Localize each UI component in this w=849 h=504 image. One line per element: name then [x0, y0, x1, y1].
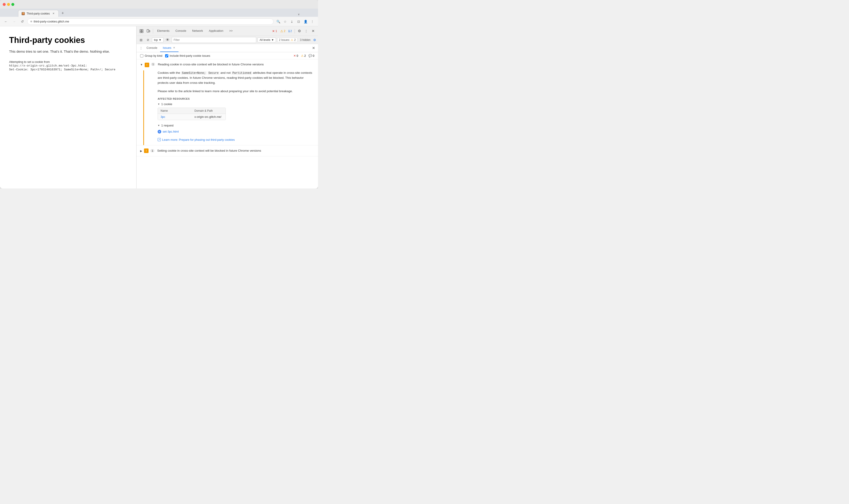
- panel-menu-button[interactable]: ⋮: [138, 46, 144, 51]
- tab-list-chevron[interactable]: ∨: [298, 13, 300, 16]
- issue-2-expand-icon: ▶: [140, 149, 142, 152]
- affected-resources-label: AFFECTED RESOURCES: [158, 97, 314, 100]
- panel-tabs-bar: ⋮ Console Issues ✕ ✕: [137, 44, 318, 52]
- issue-2-header[interactable]: ▶ ! 1 Setting cookie in cross-site conte…: [137, 145, 318, 156]
- issues-tab-close-button[interactable]: ✕: [172, 46, 176, 50]
- error-badge[interactable]: ✕ 1: [271, 29, 279, 33]
- devtools-tab-elements[interactable]: Elements: [155, 26, 172, 36]
- maximize-button[interactable]: [11, 3, 14, 6]
- main-area: Third-party cookies This demo tries to s…: [0, 26, 318, 188]
- log-url: https://x-origin-src.glitch.me/set-3pc.h…: [9, 64, 127, 68]
- inspect-element-button[interactable]: [138, 28, 145, 34]
- warn-badge[interactable]: ⚠ 2: [279, 29, 287, 33]
- profile-button[interactable]: 👤: [302, 19, 308, 24]
- request-link-1[interactable]: ⊕ set-3pc.html: [158, 129, 314, 134]
- group-by-kind-checkbox[interactable]: [140, 54, 143, 57]
- issue-2-count: 1: [151, 149, 155, 152]
- tab-end: ∨: [66, 13, 300, 17]
- request-section-chevron: ▼: [158, 124, 160, 127]
- issue-1-description: Cookies with the SameSite=None; Secure a…: [158, 70, 314, 85]
- traffic-lights: [3, 3, 14, 6]
- minimize-button[interactable]: [7, 3, 10, 6]
- svg-rect-3: [142, 31, 143, 33]
- bookmark-button[interactable]: ☆: [282, 19, 288, 24]
- toolbar-divider-2: [295, 29, 295, 33]
- log-cookie: Set-Cookie: 3pc=1703240163971; SameSite=…: [9, 68, 127, 71]
- browser-menu-button[interactable]: ⋮: [309, 19, 315, 24]
- issue-1-header[interactable]: ▼ ! 1 Reading cookie in cross-site conte…: [137, 59, 318, 70]
- request-label-1: set-3pc.html: [163, 130, 179, 133]
- browser-window: 🍪 Third-party cookies ✕ + ∨ ← → ↺ ⊕ thir…: [0, 0, 318, 188]
- page-description: This demo tries to set one. That's it. T…: [9, 50, 127, 53]
- svg-rect-4: [147, 30, 149, 32]
- cookie-table-row-1: 3pc x-origin-src.glitch.me/: [158, 114, 226, 120]
- console-secondary-toolbar: ▤ ⊘ top ▼ 👁 All levels ▼ 2 Issues: ⚠ 2 3…: [137, 36, 318, 44]
- title-bar: [0, 0, 318, 8]
- security-icon: ⊕: [30, 20, 32, 23]
- request-icon: ⊕: [158, 130, 161, 133]
- cookie-table: Name Domain & Path 3pc x-origin-src.glit…: [158, 108, 226, 120]
- devtools-tab-application[interactable]: Application: [206, 26, 226, 36]
- close-button[interactable]: [3, 3, 6, 6]
- panel-tab-issues[interactable]: Issues ✕: [160, 44, 179, 52]
- devtools-more-button[interactable]: ⋮: [303, 28, 309, 34]
- issues-content: Group by kind Include third-party cookie…: [137, 52, 318, 188]
- live-expression-button[interactable]: 👁: [165, 37, 170, 43]
- devtools-panel: Elements Console Network Application >> …: [136, 26, 318, 188]
- hidden-messages-label[interactable]: 3 hidden: [299, 38, 312, 42]
- svg-rect-0: [140, 30, 141, 31]
- clear-console-button[interactable]: ⊘: [145, 37, 151, 43]
- devtools-tab-console[interactable]: Console: [173, 26, 189, 36]
- issue-1-body: Cookies with the SameSite=None; Secure a…: [154, 70, 318, 145]
- browser-tab[interactable]: 🍪 Third-party cookies ✕: [18, 10, 58, 17]
- devtools-tab-network[interactable]: Network: [190, 26, 206, 36]
- request-section-label: 1 request: [161, 124, 174, 127]
- request-section-toggle[interactable]: ▼ 1 request: [158, 124, 314, 127]
- cookie-header-domain: Domain & Path: [192, 108, 226, 114]
- issues-info-badge: 💬 0: [308, 54, 314, 57]
- address-bar[interactable]: ⊕ third-party-cookies.glitch.me: [27, 18, 273, 25]
- tab-close-button[interactable]: ✕: [52, 12, 55, 15]
- svg-rect-2: [140, 31, 141, 33]
- svg-rect-5: [149, 31, 150, 32]
- include-third-party-checkbox[interactable]: [165, 54, 168, 57]
- forward-button[interactable]: →: [11, 18, 17, 25]
- issue-1-warn-icon: !: [145, 62, 149, 67]
- cookie-name-3pc[interactable]: 3pc: [158, 114, 192, 120]
- issue-1-expand-icon: ▼: [140, 63, 143, 66]
- page-log: Attempting to set a cookie from https://…: [9, 60, 127, 71]
- back-button[interactable]: ←: [3, 18, 9, 25]
- url-display: third-party-cookies.glitch.me: [34, 20, 270, 23]
- cookie-section-toggle[interactable]: ▼ 1 cookie: [158, 102, 314, 106]
- external-link-icon: ↗: [158, 138, 161, 141]
- reload-button[interactable]: ↺: [19, 18, 25, 25]
- cookie-resource-section: ▼ 1 cookie Name Domain & Path 3: [158, 102, 314, 120]
- devtools-close-button[interactable]: ✕: [310, 28, 316, 34]
- tab-favicon: 🍪: [22, 12, 25, 15]
- issues-count-display: 2 Issues: ⚠ 2: [277, 38, 297, 42]
- issues-warn-badge: ⚠ 2: [301, 54, 306, 57]
- console-filter-input[interactable]: [172, 37, 256, 43]
- issue-item-2: ▶ ! 1 Setting cookie in cross-site conte…: [137, 145, 318, 157]
- devtools-settings-button[interactable]: ⚙: [296, 28, 302, 34]
- info-badge[interactable]: ℹ 2: [287, 29, 293, 33]
- issue-1-title: Reading cookie in cross-site context wil…: [158, 62, 314, 66]
- page-title: Third-party cookies: [9, 35, 127, 45]
- devtools-tab-more[interactable]: >>: [227, 26, 235, 36]
- panel-tab-console[interactable]: Console: [144, 44, 160, 52]
- include-third-party-label[interactable]: Include third-party cookie issues: [165, 54, 210, 57]
- device-emulation-button[interactable]: [145, 28, 152, 34]
- save-page-button[interactable]: ⤓: [289, 19, 295, 24]
- issue-1-count: 1: [151, 62, 155, 66]
- tab-bar: 🍪 Third-party cookies ✕ + ∨: [0, 8, 318, 17]
- panel-close-button[interactable]: ✕: [311, 46, 316, 51]
- sidebar-toggle-button[interactable]: ▤: [138, 37, 144, 43]
- zoom-button[interactable]: 🔍: [275, 19, 281, 24]
- new-tab-button[interactable]: +: [59, 10, 66, 16]
- log-levels-select[interactable]: All levels ▼: [258, 37, 276, 42]
- learn-more-link[interactable]: ↗ Learn more: Prepare for phasing out th…: [158, 138, 314, 141]
- console-settings-icon[interactable]: ⚙: [313, 38, 316, 42]
- context-selector[interactable]: top ▼: [152, 37, 163, 42]
- cast-button[interactable]: ⊡: [296, 19, 302, 24]
- group-by-kind-label[interactable]: Group by kind: [140, 54, 162, 57]
